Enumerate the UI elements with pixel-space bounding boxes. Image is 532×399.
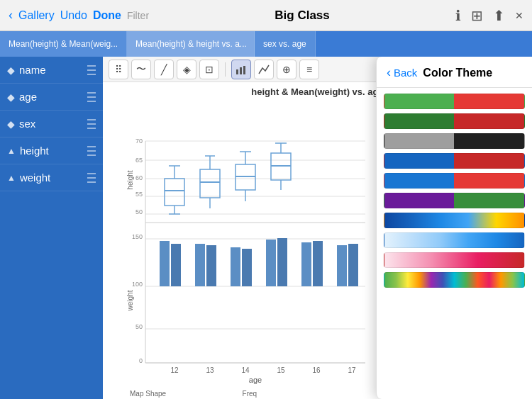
color-swatch-8[interactable] — [384, 232, 525, 248]
color-swatch-10[interactable] — [384, 272, 525, 288]
share-icon[interactable]: ⬆ — [493, 7, 505, 24]
color-swatch-1[interactable] — [384, 94, 525, 109]
svg-rect-50 — [242, 249, 252, 286]
svg-rect-52 — [277, 238, 287, 286]
svg-text:weight: weight — [126, 290, 134, 311]
freq-label[interactable]: Freq — [243, 390, 257, 398]
done-button[interactable]: Done — [93, 9, 121, 22]
tool-bar[interactable] — [231, 60, 251, 79]
age-handle[interactable] — [87, 91, 96, 103]
svg-rect-0 — [236, 69, 238, 74]
tool-box[interactable]: ⊡ — [199, 60, 219, 79]
grid-icon[interactable]: ⊞ — [471, 7, 483, 24]
svg-text:50: 50 — [135, 323, 143, 330]
top-bar-left: ‹ Gallery Undo Done Filter — [9, 8, 149, 23]
tool-area[interactable]: ◈ — [177, 60, 196, 79]
sidebar-item-age-label: age — [19, 91, 37, 103]
sidebar-item-sex[interactable]: ◆ sex — [0, 111, 103, 137]
svg-rect-45 — [160, 241, 170, 286]
tab-3-label: sex vs. age — [263, 39, 306, 49]
sidebar-item-weight[interactable]: ▲ weight — [0, 164, 103, 191]
svg-text:height: height — [126, 170, 134, 189]
color-swatch-9[interactable] — [384, 252, 525, 268]
tool-line[interactable]: 〜 — [131, 60, 151, 79]
color-swatch-7[interactable] — [384, 213, 525, 228]
color-theme-panel: ‹ Back Color Theme — [376, 57, 532, 399]
svg-text:15: 15 — [277, 366, 285, 374]
svg-text:0: 0 — [139, 357, 143, 364]
svg-text:60: 60 — [135, 174, 143, 181]
color-swatch-3[interactable] — [384, 133, 525, 149]
svg-text:12: 12 — [170, 366, 179, 374]
svg-text:70: 70 — [135, 137, 143, 145]
sidebar-item-name[interactable]: ◆ name — [0, 57, 103, 84]
svg-rect-55 — [337, 245, 347, 286]
map-shape-label[interactable]: Map Shape — [130, 390, 166, 398]
height-handle[interactable] — [87, 145, 96, 157]
close-icon[interactable]: ✕ — [515, 10, 523, 21]
svg-text:13: 13 — [206, 366, 214, 374]
weight-handle[interactable] — [87, 172, 96, 184]
chevron-left-icon: ‹ — [9, 8, 13, 23]
tool-more[interactable]: ≡ — [299, 60, 319, 79]
gallery-button[interactable]: Gallery — [18, 9, 55, 22]
sex-handle[interactable] — [87, 118, 96, 130]
chart-svg: height 70 65 60 55 50 — [124, 102, 394, 386]
svg-rect-47 — [195, 244, 205, 286]
weight-icon: ▲ — [7, 173, 16, 183]
tab-bar: Mean(height) & Mean(weig... Mean(height)… — [0, 31, 532, 57]
back-chevron-icon: ‹ — [387, 65, 391, 80]
height-icon: ▲ — [7, 146, 16, 156]
sidebar-item-age[interactable]: ◆ age — [0, 84, 103, 111]
sidebar-item-height[interactable]: ▲ height — [0, 137, 103, 164]
svg-text:age: age — [249, 376, 262, 384]
sex-icon: ◆ — [7, 118, 15, 130]
color-swatch-5[interactable] — [384, 173, 525, 189]
toolbar-separator-1 — [225, 62, 226, 77]
tool-pie[interactable]: ⊕ — [277, 60, 297, 79]
svg-text:55: 55 — [135, 191, 143, 198]
tab-2-label: Mean(height) & height vs. a... — [135, 39, 247, 49]
svg-rect-46 — [171, 244, 181, 286]
sidebar-item-height-label: height — [20, 145, 49, 157]
bottom-labels: Map Shape Freq — [124, 388, 172, 399]
back-button[interactable]: ‹ Back — [387, 65, 417, 80]
svg-rect-2 — [243, 66, 245, 74]
name-icon: ◆ — [7, 64, 15, 76]
back-label: Back — [394, 67, 417, 79]
tool-xy[interactable]: ╱ — [154, 60, 174, 79]
main-area: ◆ name ◆ age ◆ sex — [0, 57, 532, 399]
tab-2[interactable]: Mean(height) & height vs. a... — [127, 31, 255, 57]
svg-text:150: 150 — [132, 233, 143, 240]
name-handle[interactable] — [87, 64, 96, 76]
tab-3[interactable]: sex vs. age — [255, 31, 316, 57]
svg-rect-48 — [206, 245, 216, 286]
tool-scatter[interactable]: ⠿ — [109, 60, 128, 79]
sidebar-item-weight-label: weight — [20, 172, 50, 184]
svg-rect-53 — [301, 242, 311, 286]
filter-label: Filter — [127, 10, 149, 21]
info-icon[interactable]: ℹ — [455, 7, 461, 24]
tab-1-label: Mean(height) & Mean(weig... — [9, 39, 118, 49]
sidebar-item-sex-label: sex — [19, 118, 35, 130]
color-swatch-2[interactable] — [384, 113, 525, 129]
tab-1[interactable]: Mean(height) & Mean(weig... — [0, 31, 127, 57]
color-swatch-6[interactable] — [384, 193, 525, 208]
svg-rect-56 — [348, 244, 358, 286]
panel-header: ‹ Back Color Theme — [377, 57, 532, 88]
svg-text:17: 17 — [348, 366, 356, 374]
svg-text:14: 14 — [241, 366, 250, 374]
tool-histogram[interactable] — [254, 60, 274, 79]
svg-text:50: 50 — [135, 208, 143, 215]
panel-swatches — [377, 88, 532, 399]
svg-rect-20 — [200, 169, 220, 198]
chart-area: ⠿ 〜 ╱ ◈ ⊡ ⊕ ≡ height & Mean(weight) vs. … — [103, 57, 532, 399]
panel-title: Color Theme — [423, 67, 492, 79]
svg-text:65: 65 — [135, 157, 143, 164]
svg-text:100: 100 — [132, 281, 143, 288]
svg-rect-49 — [231, 247, 240, 286]
undo-button[interactable]: Undo — [60, 9, 87, 22]
color-swatch-4[interactable] — [384, 153, 525, 169]
age-icon: ◆ — [7, 91, 15, 103]
sidebar: ◆ name ◆ age ◆ sex — [0, 57, 103, 399]
